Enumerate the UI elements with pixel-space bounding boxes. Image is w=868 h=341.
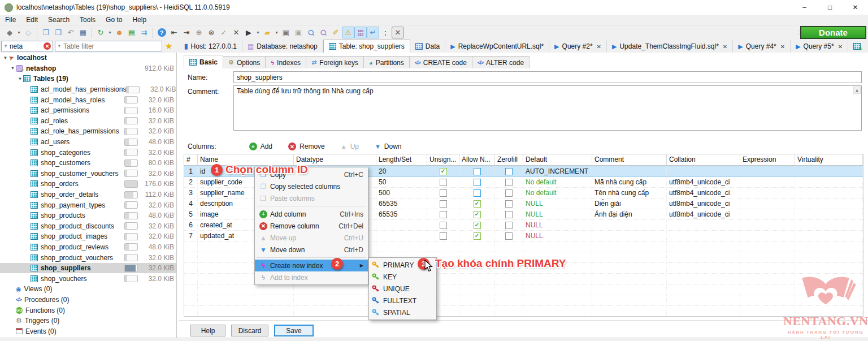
- columns-down-button[interactable]: ▼Down: [375, 143, 402, 150]
- delete-record-icon[interactable]: ⊗: [205, 27, 218, 38]
- zerofill-checkbox[interactable]: [505, 168, 513, 175]
- first-record-icon[interactable]: ⇤: [168, 27, 180, 38]
- grid-cell-length[interactable]: 50: [376, 177, 427, 187]
- tab-host-127-0-0-1[interactable]: ▮Host: 127.0.0.1: [179, 40, 242, 53]
- close-tab-icon[interactable]: ✕: [723, 44, 727, 50]
- wrap-lines-icon[interactable]: ↵: [367, 27, 379, 38]
- menu-item-remove-column[interactable]: ✕Remove columnCtrl+Del: [255, 220, 368, 232]
- new-query-tab-button[interactable]: [848, 40, 868, 53]
- grid-cell-num[interactable]: 7: [184, 231, 198, 241]
- close-tab-icon[interactable]: ✕: [838, 44, 843, 50]
- zerofill-checkbox[interactable]: [505, 179, 513, 186]
- tree-item-shop-products[interactable]: shop_products48.0 KiB: [0, 210, 176, 221]
- grid-cell-virtuality[interactable]: [795, 198, 863, 209]
- grid-cell-comment[interactable]: Diễn giải: [592, 198, 667, 209]
- execute-sql-icon[interactable]: ▶: [242, 27, 255, 38]
- tree-item-shop-orders[interactable]: shop_orders176.0 KiB: [0, 179, 176, 189]
- allow-null-checkbox[interactable]: ✓: [474, 232, 481, 240]
- menu-edit[interactable]: Edit: [21, 16, 43, 24]
- zerofill-checkbox[interactable]: [505, 189, 513, 197]
- grid-cell-default[interactable]: NULL: [523, 220, 592, 230]
- tree-item-events-0-[interactable]: Events (0): [0, 326, 176, 336]
- grid-cell-expression[interactable]: [740, 220, 795, 230]
- menu-item-create-new-index[interactable]: ϟCreate new index▶: [255, 260, 368, 271]
- close-tab-icon[interactable]: ✕: [780, 44, 785, 50]
- grid-header-collation[interactable]: Collation: [667, 154, 740, 165]
- maximize-button[interactable]: □: [817, 0, 843, 15]
- execute-dropdown[interactable]: ▾: [255, 27, 261, 38]
- grid-cell-default[interactable]: NULL: [523, 198, 592, 209]
- allow-null-cell[interactable]: ✓: [459, 209, 495, 219]
- columns-add-button[interactable]: +Add: [249, 143, 272, 150]
- grid-cell-collation[interactable]: utf8mb4_unicode_ci: [667, 177, 740, 187]
- save-button[interactable]: Save: [274, 325, 314, 336]
- columns-remove-button[interactable]: ✕Remove: [288, 143, 325, 150]
- grid-cell-comment[interactable]: Ảnh đại diện: [592, 209, 667, 219]
- open-file-dropdown[interactable]: ▾: [274, 27, 280, 38]
- tree-item-shop-suppliers[interactable]: shop_suppliers32.0 KiB: [0, 263, 176, 274]
- grid-cell-length[interactable]: 65535: [376, 209, 427, 219]
- tree-item-acl-role-has-permissions[interactable]: acl_role_has_permissions32.0 KiB: [0, 126, 176, 137]
- tree-item-acl-model-has-roles[interactable]: acl_model_has_roles32.0 KiB: [0, 94, 176, 105]
- grid-cell-expression[interactable]: [740, 198, 795, 209]
- find-replace-icon[interactable]: Ϙ: [317, 27, 329, 38]
- allow-null-cell[interactable]: [459, 177, 495, 187]
- zerofill-checkbox[interactable]: [505, 211, 513, 218]
- scroll-up-icon[interactable]: ▲: [853, 87, 861, 94]
- binary-literals-icon[interactable]: 100 010: [354, 27, 367, 38]
- grid-cell-collation[interactable]: [667, 220, 740, 230]
- tree-item-acl-users[interactable]: acl_users48.0 KiB: [0, 137, 176, 148]
- zerofill-cell[interactable]: [495, 188, 523, 198]
- tree-item-acl-roles[interactable]: acl_roles32.0 KiB: [0, 116, 176, 127]
- grid-cell-default[interactable]: NULL: [523, 231, 592, 241]
- grid-cell-num[interactable]: 4: [184, 198, 198, 209]
- zerofill-cell[interactable]: [495, 209, 523, 219]
- grid-cell-length[interactable]: [376, 220, 427, 230]
- tree-item-shop-order-details[interactable]: shop_order_details112.0 KiB: [0, 189, 176, 200]
- tab-query-4-[interactable]: ▶Query #4*✕: [733, 40, 791, 53]
- menu-go-to[interactable]: Go to: [101, 16, 127, 24]
- tab-replacewpcontenturl-sql-[interactable]: ▶ReplaceWpContentURL.sql*: [445, 40, 549, 53]
- tree-item-shop-product-images[interactable]: shop_product_images32.0 KiB: [0, 231, 176, 242]
- unsigned-checkbox[interactable]: [440, 222, 447, 229]
- grid-cell-expression[interactable]: [740, 188, 795, 198]
- grid-header-default[interactable]: Default: [523, 154, 592, 165]
- tree-item-procedures-0-[interactable]: </>Procedures (0): [0, 295, 176, 305]
- zerofill-cell[interactable]: [495, 166, 523, 176]
- menu-tools[interactable]: Tools: [75, 16, 101, 24]
- tree-item-acl-model-has-permissions[interactable]: acl_model_has_permissions32.0 KiB: [0, 84, 176, 95]
- close-tab-icon[interactable]: ✕: [597, 44, 601, 50]
- grid-cell-virtuality[interactable]: [795, 177, 863, 187]
- table-filter-input[interactable]: [63, 42, 160, 50]
- tab-query-2-[interactable]: ▶Query #2*✕: [549, 40, 607, 53]
- grid-cell-length[interactable]: 65535: [376, 198, 427, 209]
- favorites-star-icon[interactable]: ★: [165, 41, 172, 51]
- paste-icon[interactable]: ❒: [52, 27, 64, 38]
- grid-cell-collation[interactable]: utf8mb4_unicode_ci: [667, 209, 740, 219]
- allow-null-checkbox[interactable]: [474, 168, 481, 175]
- unsigned-cell[interactable]: [427, 209, 459, 219]
- editor-tab-alter-code[interactable]: </>ALTER code: [472, 56, 530, 68]
- zerofill-cell[interactable]: [495, 177, 523, 187]
- submenu-item-key[interactable]: KEY: [369, 271, 436, 283]
- grid-header-unsign[interactable]: Unsign...: [427, 154, 459, 165]
- unsigned-cell[interactable]: [427, 231, 459, 241]
- grid-cell-num[interactable]: 6: [184, 220, 198, 230]
- unsigned-cell[interactable]: [427, 177, 459, 187]
- tab-query-5-[interactable]: ▶Query #5*✕: [791, 40, 848, 53]
- stop-on-errors-icon[interactable]: ⚠: [342, 27, 354, 38]
- unsigned-cell[interactable]: ✓: [427, 166, 459, 176]
- zerofill-checkbox[interactable]: [505, 222, 513, 229]
- grid-cell-comment[interactable]: Mã nhà cung cấp: [592, 177, 667, 187]
- zerofill-checkbox[interactable]: [505, 232, 513, 240]
- table-name-input[interactable]: [233, 71, 862, 83]
- allow-null-cell[interactable]: [459, 166, 495, 176]
- grid-header-virtuality[interactable]: Virtuality: [795, 154, 863, 165]
- grid-cell-num[interactable]: 1: [184, 166, 198, 176]
- minimize-button[interactable]: –: [792, 0, 817, 15]
- export-database-icon[interactable]: ▤: [125, 27, 138, 38]
- tree-item-functions-0-[interactable]: GOFunctions (0): [0, 305, 176, 316]
- grid-cell-virtuality[interactable]: [795, 220, 863, 230]
- grid-cell-virtuality[interactable]: [795, 231, 863, 241]
- tree-item-netashop[interactable]: ▼netashop912.0 KiB: [0, 63, 176, 74]
